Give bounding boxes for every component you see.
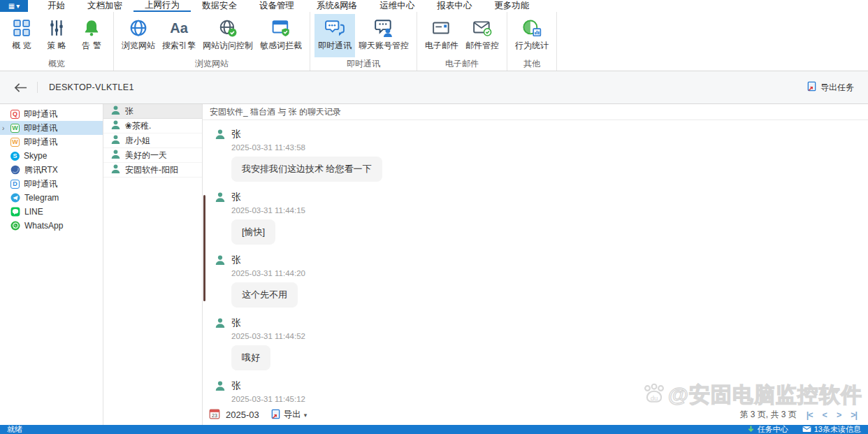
svg-text:23: 23 [212, 413, 217, 418]
scrollbar-thumb[interactable] [203, 195, 205, 301]
export-doc-icon [806, 81, 817, 94]
contact-row[interactable]: 安固软件-阳阳 [103, 163, 202, 178]
tab-data-security[interactable]: 数据安全 [191, 0, 248, 12]
chat-message: 张 2025-03-31 11:44:15 [愉快] [215, 191, 868, 245]
ribbon-item-label: 浏览网站 [122, 40, 155, 52]
sidebar-item-wechat[interactable]: › W 即时通讯 [0, 121, 103, 135]
bell-icon [82, 16, 101, 40]
message-timestamp: 2025-03-31 11:44:20 [231, 269, 868, 277]
app-label: Telegram [24, 193, 59, 203]
ribbon-group-label: 电子邮件 [417, 57, 507, 73]
first-page-button[interactable]: |< [806, 410, 813, 420]
tab-internet-behavior[interactable]: 上网行为 [133, 0, 191, 12]
export-button[interactable]: 导出 ▾ [270, 409, 308, 421]
ribbon-item-behavior-statistics[interactable]: 行为统计 [512, 14, 552, 57]
ribbon-item-mail-control[interactable]: 邮件管控 [462, 14, 502, 57]
unread-messages-button[interactable]: 13条未读信息 [802, 424, 861, 434]
sidebar-item-line[interactable]: LINE [0, 205, 103, 219]
chevron-down-icon: ▾ [304, 412, 308, 419]
tab-ops-center[interactable]: 运维中心 [368, 0, 426, 12]
ribbon-item-policy[interactable]: 策 略 [39, 14, 74, 57]
person-icon [110, 149, 121, 161]
im-apps-panel: Q 即时通讯 › W 即时通讯 W 即时通讯 S Skype 腾讯RTX D 即… [0, 104, 103, 425]
contact-name: 美好的一天 [125, 150, 167, 161]
message-timestamp: 2025-03-31 11:44:52 [231, 332, 868, 340]
message-sender: 张 [231, 191, 868, 203]
tab-start[interactable]: 开始 [36, 0, 76, 12]
date-value: 2025-03 [226, 410, 259, 420]
contact-row[interactable]: 美好的一天 [103, 148, 202, 163]
app-label: 即时通讯 [24, 108, 57, 120]
app-label: Skype [24, 151, 47, 161]
ribbon-item-label: 搜索引擎 [162, 40, 196, 52]
app-menu-button[interactable]: ▦▾ [0, 0, 28, 12]
sidebar-item-skype[interactable]: S Skype [0, 149, 103, 163]
export-tasks-button[interactable]: 导出任务 [806, 81, 854, 94]
ribbon-tabs: 开始 文档加密 上网行为 数据安全 设备管理 系统&网络 运维中心 报表中心 更… [36, 0, 540, 12]
person-icon [110, 105, 121, 117]
ribbon-item-email[interactable]: 电子邮件 [421, 14, 462, 57]
qq-icon: Q [10, 110, 20, 119]
sidebar-item-qq[interactable]: Q 即时通讯 [0, 107, 103, 121]
last-page-button[interactable]: >| [851, 410, 857, 420]
contact-row[interactable]: 张 [103, 104, 202, 119]
task-center-button[interactable]: 任务中心 [747, 424, 788, 434]
ribbon-item-label: 行为统计 [515, 40, 549, 52]
tab-device-management[interactable]: 设备管理 [248, 0, 305, 12]
ribbon-item-alert[interactable]: 告 警 [74, 14, 109, 57]
globe-check-icon [219, 16, 237, 40]
sidebar-item-dingtalk[interactable]: D 即时通讯 [0, 177, 103, 191]
ribbon-item-search-engine[interactable]: Aa 搜索引擎 [159, 14, 199, 57]
export-doc-icon [270, 409, 281, 421]
breadcrumb-bar: DESKTOP-VLKTLE1 导出任务 [0, 71, 868, 103]
sidebar-item-wecom[interactable]: W 即时通讯 [0, 135, 103, 149]
ribbon-group-label: 即时通讯 [310, 57, 417, 73]
tab-system-network[interactable]: 系统&网络 [305, 0, 368, 12]
message-bubble: 这个先不用 [231, 282, 298, 308]
tab-doc-encryption[interactable]: 文档加密 [76, 0, 133, 12]
wecom-icon: W [10, 138, 20, 147]
person-icon [215, 380, 226, 393]
tab-more-features[interactable]: 更多功能 [483, 0, 540, 12]
download-arrow-icon [747, 425, 755, 434]
top-tab-bar: ▦▾ 开始 文档加密 上网行为 数据安全 设备管理 系统&网络 运维中心 报表中… [0, 0, 868, 12]
ribbon-group-label: 其他 [507, 57, 556, 73]
tab-report-center[interactable]: 报表中心 [426, 0, 483, 12]
prev-page-button[interactable]: < [823, 410, 827, 420]
message-bubble: [愉快] [231, 219, 275, 245]
date-picker[interactable]: 23 2025-03 [209, 408, 259, 421]
ribbon-item-sensitive-word-block[interactable]: 敏感词拦截 [256, 14, 305, 57]
next-page-button[interactable]: > [837, 410, 841, 420]
ribbon-item-website-access-control[interactable]: 网站访问控制 [199, 14, 256, 57]
sidebar-item-telegram[interactable]: Telegram [0, 191, 103, 205]
back-button[interactable] [14, 82, 27, 93]
sidebar-item-tencent-rtx[interactable]: 腾讯RTX [0, 163, 103, 177]
message-sender: 张 [231, 317, 868, 329]
globe-stats-icon [522, 16, 542, 40]
divider [37, 82, 38, 93]
message-timestamp: 2025-03-31 11:45:12 [231, 395, 868, 403]
message-bubble: 哦好 [231, 345, 270, 370]
ribbon-group-browsing: 浏览网站 Aa 搜索引擎 网站访问控制 敏感词拦截 浏览网站 [114, 12, 310, 71]
pagination: 第 3 页, 共 3 页 |< < > >| [739, 409, 857, 421]
ribbon-group-label: 浏览网站 [114, 57, 310, 73]
ribbon-item-chat-account-control[interactable]: 聊天账号管控 [355, 14, 412, 57]
contact-row[interactable]: 唐小姐 [103, 133, 202, 148]
sidebar-item-whatsapp[interactable]: WhatsApp [0, 219, 103, 233]
message-sender: 张 [231, 379, 868, 392]
ribbon-group-overview: 概 览 策 略 告 警 概览 [0, 12, 114, 71]
ribbon-item-browse-websites[interactable]: 浏览网站 [118, 14, 159, 57]
app-label: 即时通讯 [24, 122, 57, 134]
font-aa-icon: Aa [170, 16, 188, 40]
ribbon-item-instant-messaging[interactable]: 即时通讯 [314, 14, 355, 57]
ribbon-item-label: 邮件管控 [465, 40, 499, 52]
contact-name: 张 [125, 106, 133, 117]
contact-name: 唐小姐 [125, 135, 150, 147]
ribbon-item-overview[interactable]: 概 览 [4, 14, 39, 57]
person-icon [110, 164, 121, 176]
ribbon-group-other: 行为统计 其他 [507, 12, 557, 71]
ribbon-item-label: 敏感词拦截 [260, 40, 302, 52]
contact-row[interactable]: ❀茶稚. [103, 119, 202, 133]
browser-shield-icon [272, 16, 290, 40]
grid-icon [13, 16, 31, 40]
